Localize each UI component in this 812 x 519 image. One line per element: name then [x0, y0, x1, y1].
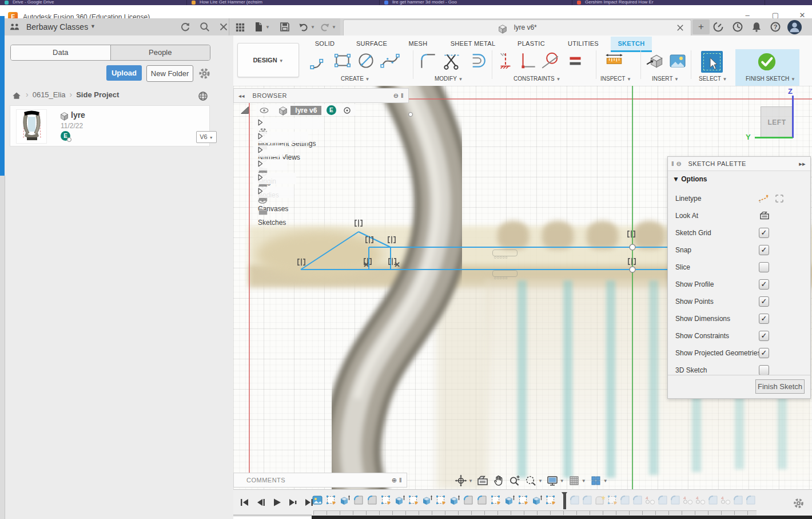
project-item-card[interactable]: lyre 11/2/22 E V6 ▼ [10, 106, 209, 146]
finish-sketch-button[interactable]: Finish Sketch [755, 379, 805, 394]
timeline-feature-pattern-rolled[interactable] [682, 494, 694, 506]
show-dimensions-checkbox[interactable]: ✓ [759, 314, 769, 324]
search-icon[interactable] [199, 21, 210, 33]
refresh-icon[interactable] [180, 21, 191, 33]
timeline-feature-extrude[interactable] [449, 494, 460, 506]
browser-item-bodies[interactable]: Bodies [253, 159, 412, 171]
workspace-selector[interactable]: DESIGN ▼ [237, 43, 299, 77]
timeline-feature-fillet-s-rolled[interactable] [707, 494, 719, 506]
timeline-feature-sketch[interactable] [408, 494, 419, 506]
home-icon[interactable] [11, 90, 22, 101]
finish-sketch-label[interactable]: FINISH SKETCH ▼ [746, 76, 795, 82]
timeline-feature-sketch[interactable] [380, 494, 392, 506]
expand-arrow-icon[interactable] [256, 132, 265, 141]
team-selector[interactable]: Berbawy Classes [26, 22, 88, 31]
timeline-fwd-button[interactable] [287, 497, 298, 508]
ribbon-tab-surface[interactable]: SURFACE [347, 37, 397, 50]
expand-arrow-icon[interactable] [256, 173, 265, 182]
timeline-feature-pattern-rolled[interactable] [720, 494, 731, 506]
show-points-checkbox[interactable]: ✓ [759, 296, 769, 307]
ribbon-tab-plastic[interactable]: PLASTIC [507, 37, 556, 50]
viewports-icon[interactable] [590, 474, 602, 487]
3d-sketch-checkbox[interactable] [759, 365, 769, 375]
sketch-point[interactable] [630, 244, 635, 250]
sketch-point[interactable] [630, 267, 635, 272]
timeline-feature-fillet-s-rolled[interactable] [745, 494, 757, 506]
orbit-icon[interactable] [455, 474, 467, 487]
breadcrumb-current[interactable]: Side Project [76, 90, 119, 99]
undo-icon[interactable] [298, 21, 309, 33]
circle-tool-icon[interactable] [356, 50, 376, 71]
lookat-icon[interactable] [476, 474, 489, 487]
offset-tool-icon[interactable] [466, 50, 487, 71]
browser-item-sketches[interactable]: Sketches [253, 187, 412, 198]
display-icon[interactable] [546, 474, 559, 487]
timeline-feature-pattern-rolled[interactable] [695, 494, 706, 506]
visibility-eye-icon[interactable] [257, 196, 268, 206]
timeline-feature-fillet-s-rolled[interactable] [632, 494, 643, 506]
gridsettings-icon[interactable] [568, 474, 580, 487]
symmetry-constraint-icon[interactable] [387, 236, 396, 244]
browser-root-label[interactable]: lyre v6 [290, 106, 321, 115]
equal-constraint-icon[interactable] [565, 50, 586, 71]
horizontal-vertical-constraint-icon[interactable] [495, 50, 516, 71]
browser-header[interactable]: ◂◂ BROWSER ⊖ ‖ [233, 88, 409, 103]
sketch-palette-header[interactable]: ‖ ⊖ SKETCH PALETTE ▸▸ [668, 157, 810, 171]
upload-button[interactable]: Upload [106, 65, 142, 81]
timeline-feature-fillet-s-rolled[interactable] [733, 494, 744, 506]
expand-arrow-icon[interactable] [256, 187, 265, 196]
timeline-feature-sketch[interactable] [435, 494, 447, 506]
ribbon-tab-utilities[interactable]: UTILITIES [556, 37, 611, 50]
timeline-feature-extrude[interactable] [394, 494, 405, 506]
insert-mesh-icon[interactable] [645, 50, 666, 71]
timeline-ruler[interactable] [313, 510, 757, 515]
trim-tool-icon[interactable] [441, 50, 462, 71]
coincident-constraint-icon[interactable] [518, 50, 538, 71]
zoom-icon[interactable] [508, 474, 521, 487]
modify-group-label[interactable]: MODIFY ▼ [435, 76, 463, 82]
symmetry-constraint-icon[interactable] [627, 230, 636, 238]
browser-menu-icon[interactable]: ⊖ ‖ [393, 89, 404, 102]
notifications-bell-icon[interactable] [750, 21, 763, 33]
create-group-label[interactable]: CREATE ▼ [341, 76, 370, 82]
timeline-feature-pattern-rolled[interactable] [644, 494, 656, 506]
timeline-feature-fillet[interactable] [353, 494, 364, 506]
timeline-feature-fillet[interactable] [367, 494, 378, 506]
clock-icon[interactable] [731, 21, 744, 33]
timeline-feature-extrude[interactable] [339, 494, 351, 506]
timeline-feature-sketch[interactable] [490, 494, 501, 506]
comments-bar[interactable]: COMMENTS ⊕ ‖ [233, 473, 407, 488]
line-tool-icon[interactable] [309, 51, 329, 72]
document-tab[interactable]: lyre v6* [343, 19, 691, 36]
inspect-group-label[interactable]: INSPECT ▼ [600, 76, 631, 82]
new-folder-button[interactable]: New Folder [146, 65, 193, 82]
user-avatar[interactable] [787, 20, 802, 34]
ribbon-tab-mesh[interactable]: MESH [397, 37, 439, 50]
timeline-feature-fillet[interactable] [463, 494, 474, 506]
activate-component-icon[interactable] [342, 105, 352, 116]
timeline-feature-fillet-s-rolled[interactable] [619, 494, 631, 506]
rectangle-tool-icon[interactable] [332, 50, 353, 71]
timeline-back-button[interactable] [255, 497, 266, 508]
timeline-feature-canvas[interactable] [312, 494, 323, 506]
timeline-feature-sketch[interactable] [325, 494, 337, 506]
projected-linetype-icon[interactable] [774, 193, 785, 204]
palette-expand-icon[interactable]: ▸▸ [799, 157, 806, 171]
file-menu-icon[interactable] [253, 21, 264, 33]
timeline-gear-icon[interactable] [793, 497, 805, 509]
browser-item-origin[interactable]: Origin [253, 145, 412, 157]
insert-group-label[interactable]: INSERT ▼ [652, 76, 679, 82]
ribbon-tab-solid[interactable]: SOLID [303, 37, 347, 50]
winzoom-icon[interactable] [524, 474, 537, 487]
select-tool-icon[interactable] [701, 51, 723, 73]
finish-sketch-icon[interactable] [756, 51, 778, 73]
expand-arrow-icon[interactable] [256, 145, 265, 154]
timeline-feature-fillet-s-rolled[interactable] [569, 494, 580, 506]
look-at-icon[interactable] [759, 210, 770, 221]
show-constraints-checkbox[interactable]: ✓ [759, 331, 769, 341]
timeline-feature-fillet[interactable] [476, 494, 488, 506]
timeline-feature-extrude[interactable] [531, 494, 543, 506]
browser-item-document-settings[interactable]: Document Settings [253, 118, 412, 129]
show-projected-geometries-checkbox[interactable]: ✓ [759, 348, 769, 358]
orbit-dropdown-chevron[interactable]: ▼ [468, 478, 473, 484]
